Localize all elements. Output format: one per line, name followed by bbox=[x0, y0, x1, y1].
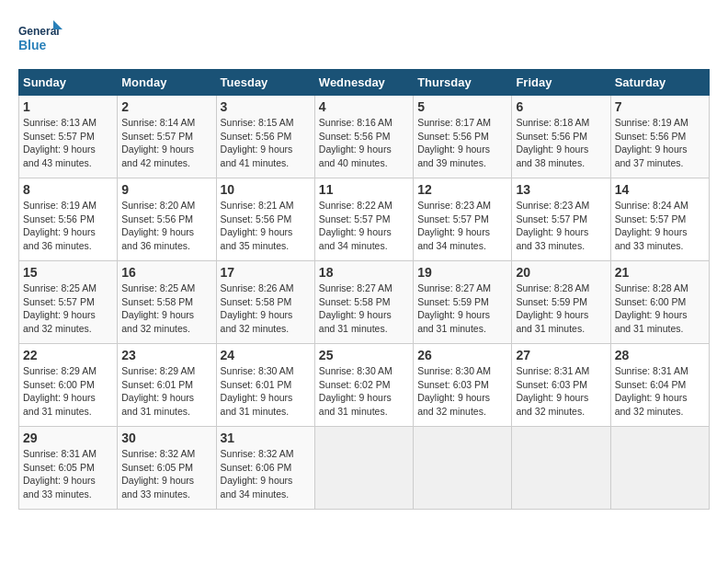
header: General Blue bbox=[18, 18, 710, 60]
calendar-week-row: 22Sunrise: 8:29 AMSunset: 6:00 PMDayligh… bbox=[19, 344, 710, 427]
day-number: 18 bbox=[319, 265, 409, 280]
day-of-week-header: Monday bbox=[118, 70, 216, 96]
day-info: Sunrise: 8:25 AMSunset: 5:58 PMDaylight:… bbox=[121, 282, 211, 336]
calendar-week-row: 15Sunrise: 8:25 AMSunset: 5:57 PMDayligh… bbox=[19, 261, 710, 344]
day-info: Sunrise: 8:21 AMSunset: 5:56 PMDaylight:… bbox=[221, 199, 311, 253]
day-info: Sunrise: 8:31 AMSunset: 6:04 PMDaylight:… bbox=[615, 364, 705, 419]
calendar-day-cell bbox=[512, 427, 610, 510]
day-info: Sunrise: 8:17 AMSunset: 5:56 PMDaylight:… bbox=[417, 116, 507, 170]
calendar-day-cell bbox=[414, 427, 512, 510]
day-info: Sunrise: 8:14 AMSunset: 5:57 PMDaylight:… bbox=[121, 116, 211, 170]
svg-text:General: General bbox=[18, 25, 60, 38]
day-of-week-header: Wednesday bbox=[314, 70, 413, 96]
day-number: 7 bbox=[615, 99, 705, 114]
day-info: Sunrise: 8:15 AMSunset: 5:56 PMDaylight:… bbox=[221, 116, 311, 170]
day-info: Sunrise: 8:20 AMSunset: 5:56 PMDaylight:… bbox=[121, 199, 211, 253]
day-of-week-header: Sunday bbox=[19, 70, 118, 96]
calendar-week-row: 8Sunrise: 8:19 AMSunset: 5:56 PMDaylight… bbox=[19, 178, 710, 261]
day-info: Sunrise: 8:28 AMSunset: 6:00 PMDaylight:… bbox=[615, 282, 705, 336]
calendar-day-cell: 5Sunrise: 8:17 AMSunset: 5:56 PMDaylight… bbox=[414, 96, 512, 178]
calendar-day-cell: 4Sunrise: 8:16 AMSunset: 5:56 PMDaylight… bbox=[314, 96, 413, 178]
day-number: 26 bbox=[417, 348, 507, 362]
day-of-week-header: Saturday bbox=[610, 70, 709, 96]
day-number: 27 bbox=[516, 348, 606, 362]
day-info: Sunrise: 8:25 AMSunset: 5:57 PMDaylight:… bbox=[23, 282, 113, 336]
svg-marker-2 bbox=[53, 20, 63, 29]
day-number: 1 bbox=[23, 99, 113, 114]
day-info: Sunrise: 8:22 AMSunset: 5:57 PMDaylight:… bbox=[319, 199, 409, 253]
calendar-day-cell: 11Sunrise: 8:22 AMSunset: 5:57 PMDayligh… bbox=[314, 178, 413, 261]
calendar-day-cell: 19Sunrise: 8:27 AMSunset: 5:59 PMDayligh… bbox=[414, 261, 512, 344]
calendar-day-cell bbox=[314, 427, 413, 510]
calendar-day-cell: 15Sunrise: 8:25 AMSunset: 5:57 PMDayligh… bbox=[19, 261, 118, 344]
calendar-day-cell: 24Sunrise: 8:30 AMSunset: 6:01 PMDayligh… bbox=[216, 344, 314, 427]
calendar-table: SundayMondayTuesdayWednesdayThursdayFrid… bbox=[18, 69, 710, 510]
day-info: Sunrise: 8:30 AMSunset: 6:01 PMDaylight:… bbox=[221, 364, 311, 419]
day-number: 19 bbox=[417, 265, 507, 280]
day-info: Sunrise: 8:28 AMSunset: 5:59 PMDaylight:… bbox=[516, 282, 606, 336]
calendar-day-cell: 20Sunrise: 8:28 AMSunset: 5:59 PMDayligh… bbox=[512, 261, 610, 344]
day-info: Sunrise: 8:18 AMSunset: 5:56 PMDaylight:… bbox=[516, 116, 606, 170]
day-number: 17 bbox=[221, 265, 311, 280]
day-info: Sunrise: 8:19 AMSunset: 5:56 PMDaylight:… bbox=[23, 199, 113, 253]
logo-svg: General Blue bbox=[18, 18, 64, 60]
calendar-day-cell: 6Sunrise: 8:18 AMSunset: 5:56 PMDaylight… bbox=[512, 96, 610, 178]
day-number: 3 bbox=[221, 99, 311, 114]
day-number: 24 bbox=[221, 348, 311, 362]
day-number: 13 bbox=[516, 182, 606, 197]
day-of-week-header: Friday bbox=[512, 70, 610, 96]
svg-text:Blue: Blue bbox=[18, 38, 47, 52]
calendar-day-cell: 31Sunrise: 8:32 AMSunset: 6:06 PMDayligh… bbox=[216, 427, 314, 510]
calendar-day-cell: 21Sunrise: 8:28 AMSunset: 6:00 PMDayligh… bbox=[610, 261, 709, 344]
day-info: Sunrise: 8:23 AMSunset: 5:57 PMDaylight:… bbox=[516, 199, 606, 253]
calendar-week-row: 29Sunrise: 8:31 AMSunset: 6:05 PMDayligh… bbox=[19, 427, 710, 510]
day-number: 22 bbox=[23, 348, 113, 362]
day-info: Sunrise: 8:32 AMSunset: 6:05 PMDaylight:… bbox=[121, 447, 211, 501]
day-number: 2 bbox=[121, 99, 211, 114]
day-number: 25 bbox=[319, 348, 409, 362]
calendar-day-cell: 8Sunrise: 8:19 AMSunset: 5:56 PMDaylight… bbox=[19, 178, 118, 261]
calendar-day-cell: 25Sunrise: 8:30 AMSunset: 6:02 PMDayligh… bbox=[314, 344, 413, 427]
day-info: Sunrise: 8:27 AMSunset: 5:58 PMDaylight:… bbox=[319, 282, 409, 336]
calendar-day-cell: 29Sunrise: 8:31 AMSunset: 6:05 PMDayligh… bbox=[19, 427, 118, 510]
calendar-day-cell: 2Sunrise: 8:14 AMSunset: 5:57 PMDaylight… bbox=[118, 96, 216, 178]
calendar-day-cell: 18Sunrise: 8:27 AMSunset: 5:58 PMDayligh… bbox=[314, 261, 413, 344]
day-info: Sunrise: 8:27 AMSunset: 5:59 PMDaylight:… bbox=[417, 282, 507, 336]
day-info: Sunrise: 8:30 AMSunset: 6:02 PMDaylight:… bbox=[319, 364, 409, 419]
calendar-day-cell: 30Sunrise: 8:32 AMSunset: 6:05 PMDayligh… bbox=[118, 427, 216, 510]
day-number: 28 bbox=[615, 348, 705, 362]
calendar-day-cell: 12Sunrise: 8:23 AMSunset: 5:57 PMDayligh… bbox=[414, 178, 512, 261]
day-number: 14 bbox=[615, 182, 705, 197]
day-number: 4 bbox=[319, 99, 409, 114]
calendar-day-cell: 9Sunrise: 8:20 AMSunset: 5:56 PMDaylight… bbox=[118, 178, 216, 261]
calendar-day-cell bbox=[610, 427, 709, 510]
calendar-day-cell: 14Sunrise: 8:24 AMSunset: 5:57 PMDayligh… bbox=[610, 178, 709, 261]
day-info: Sunrise: 8:30 AMSunset: 6:03 PMDaylight:… bbox=[417, 364, 507, 419]
day-number: 30 bbox=[121, 431, 211, 445]
day-info: Sunrise: 8:32 AMSunset: 6:06 PMDaylight:… bbox=[221, 447, 311, 501]
day-info: Sunrise: 8:13 AMSunset: 5:57 PMDaylight:… bbox=[23, 116, 113, 170]
day-number: 6 bbox=[516, 99, 606, 114]
calendar-day-cell: 7Sunrise: 8:19 AMSunset: 5:56 PMDaylight… bbox=[610, 96, 709, 178]
day-number: 16 bbox=[121, 265, 211, 280]
day-info: Sunrise: 8:24 AMSunset: 5:57 PMDaylight:… bbox=[615, 199, 705, 253]
day-info: Sunrise: 8:29 AMSunset: 6:00 PMDaylight:… bbox=[23, 364, 113, 419]
calendar-day-cell: 13Sunrise: 8:23 AMSunset: 5:57 PMDayligh… bbox=[512, 178, 610, 261]
calendar-day-cell: 22Sunrise: 8:29 AMSunset: 6:00 PMDayligh… bbox=[19, 344, 118, 427]
day-number: 11 bbox=[319, 182, 409, 197]
day-info: Sunrise: 8:31 AMSunset: 6:03 PMDaylight:… bbox=[516, 364, 606, 419]
calendar-day-cell: 3Sunrise: 8:15 AMSunset: 5:56 PMDaylight… bbox=[216, 96, 314, 178]
day-number: 12 bbox=[417, 182, 507, 197]
day-number: 8 bbox=[23, 182, 113, 197]
calendar-day-cell: 17Sunrise: 8:26 AMSunset: 5:58 PMDayligh… bbox=[216, 261, 314, 344]
calendar-day-cell: 16Sunrise: 8:25 AMSunset: 5:58 PMDayligh… bbox=[118, 261, 216, 344]
calendar-day-cell: 27Sunrise: 8:31 AMSunset: 6:03 PMDayligh… bbox=[512, 344, 610, 427]
day-number: 23 bbox=[121, 348, 211, 362]
day-of-week-header: Thursday bbox=[414, 70, 512, 96]
calendar-week-row: 1Sunrise: 8:13 AMSunset: 5:57 PMDaylight… bbox=[19, 96, 710, 178]
day-of-week-header: Tuesday bbox=[216, 70, 314, 96]
day-number: 10 bbox=[221, 182, 311, 197]
days-header-row: SundayMondayTuesdayWednesdayThursdayFrid… bbox=[19, 70, 710, 96]
day-number: 31 bbox=[221, 431, 311, 445]
day-number: 29 bbox=[23, 431, 113, 445]
